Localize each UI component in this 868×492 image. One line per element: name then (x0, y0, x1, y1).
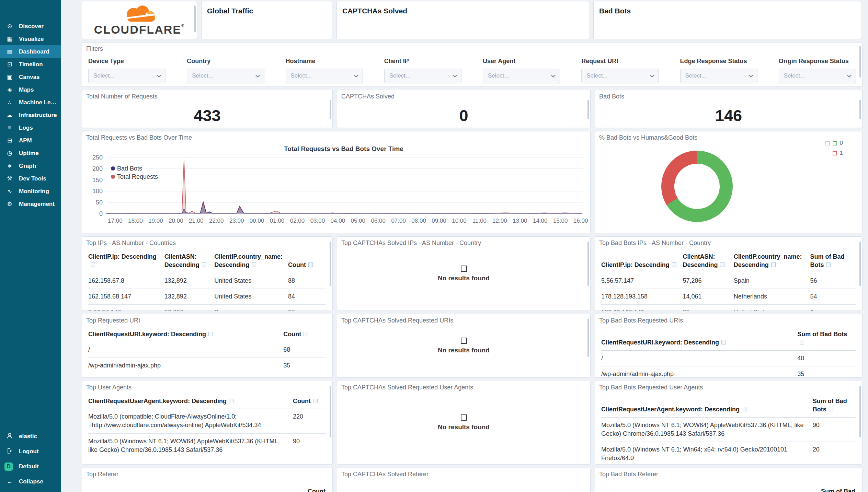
sidebar-item-logs[interactable]: ≡Logs (0, 121, 61, 134)
column-header[interactable]: Count (293, 395, 326, 409)
sidebar-item-dashboard[interactable]: ▤Dashboard (0, 45, 61, 58)
scrollbar[interactable] (194, 5, 196, 32)
column-header[interactable]: Sum of Bad Bots (797, 328, 856, 350)
sidebar-item-monitoring[interactable]: ∿Monitoring (0, 185, 61, 198)
sort-icon[interactable] (91, 262, 95, 267)
filters-grid: Device TypeSelect...CountrySelect...Host… (88, 58, 856, 83)
sort-icon[interactable] (672, 262, 676, 267)
column-header[interactable]: Sum of Bad Bots (810, 250, 856, 273)
table-row: /wp-admin/admin-ajax.php35 (88, 358, 326, 374)
filter-select-user-agent[interactable]: Select... (483, 69, 560, 83)
filter-select-edge-response-status[interactable]: Select... (680, 69, 757, 83)
sidebar-item-management[interactable]: ⚙Management (0, 198, 61, 210)
sidebar-item-space-default[interactable]: D Default (0, 459, 61, 474)
scrollbar[interactable] (330, 242, 331, 286)
sort-icon[interactable] (771, 262, 776, 267)
legend-item-1[interactable]: 1 (825, 150, 843, 156)
column-header[interactable]: Sum of Bad (821, 488, 855, 492)
sort-icon[interactable] (202, 262, 206, 267)
sidebar-item-discover[interactable]: ⊙Discover (0, 20, 61, 33)
cloudflare-cloud-icon (114, 5, 165, 24)
sidebar-item-canvas[interactable]: ▣Canvas (0, 71, 61, 83)
column-header[interactable]: ClientASN: Descending (164, 250, 215, 273)
sort-icon[interactable] (800, 340, 804, 344)
chevron-down-icon (354, 73, 358, 78)
sidebar-item-label: Discover (19, 23, 44, 30)
table-cell: 178.128.193.158 (601, 289, 683, 304)
column-header[interactable]: ClientASN: Descending (683, 250, 733, 273)
sidebar-item-machine-learning[interactable]: ∴Machine Le… (0, 96, 61, 109)
column-header[interactable]: ClientIP.ip: Descending (88, 250, 164, 273)
filter-select-hostname[interactable]: Select... (286, 69, 363, 83)
legend-item-0[interactable]: 0 (825, 140, 843, 147)
top-ips-panel: Top IPs - AS Number - Countries ClientIP… (82, 236, 333, 311)
sidebar-item-label: Timelion (19, 61, 43, 68)
sort-icon[interactable] (229, 399, 233, 403)
column-header[interactable]: ClientRequestUserAgent.keyword: Descendi… (88, 395, 293, 409)
sidebar-item-graph[interactable]: ∗Graph (0, 160, 61, 172)
sort-icon[interactable] (721, 340, 726, 344)
filter-select-country[interactable]: Select... (187, 69, 264, 83)
table-row: Mozilla/5.0 (Windows NT 6.1; WOW64) Appl… (601, 417, 856, 442)
sidebar-item-uptime[interactable]: ◷Uptime (0, 147, 61, 160)
table-cell: / (601, 350, 797, 366)
sidebar-item-timelion[interactable]: ⊡Timelion (0, 58, 61, 71)
scrollbar[interactable] (859, 100, 861, 119)
sort-icon[interactable] (826, 262, 831, 267)
sidebar-item-logout[interactable]: Logout (0, 444, 61, 459)
legend-item-total-requests[interactable]: Total Requests (111, 173, 158, 181)
sort-icon[interactable] (208, 332, 213, 336)
column-header[interactable]: Count (308, 488, 326, 492)
filter-select-request-uri[interactable]: Select... (581, 69, 659, 83)
column-header[interactable]: Count (288, 250, 326, 273)
filter-select-client-ip[interactable]: Select... (384, 69, 461, 83)
column-header[interactable]: ClientIP.ip: Descending (601, 250, 683, 273)
column-header[interactable]: ClientIP.country_name: Descending (214, 250, 288, 273)
column-header[interactable]: Count (283, 328, 326, 342)
column-header[interactable]: ClientRequestUserAgent.keyword: Descendi… (601, 395, 813, 417)
table-cell: 220 (293, 409, 326, 433)
sort-icon[interactable] (304, 332, 308, 336)
sidebar-item-infrastructure[interactable]: ☁Infrastructure (0, 109, 61, 121)
scrollbar[interactable] (587, 319, 589, 357)
space-badge: D (4, 462, 15, 471)
sidebar-item-dev-tools[interactable]: ⚒Dev Tools (0, 172, 61, 185)
column-header[interactable]: ClientRequestURI.keyword: Descending (88, 328, 283, 342)
filter-request-uri: Request URISelect... (581, 58, 659, 83)
sidebar-item-maps[interactable]: ◈Maps (0, 83, 61, 96)
sidebar-item-apm[interactable]: ⊟APM (0, 134, 61, 147)
filter-select-origin-response-status[interactable]: Select... (779, 69, 856, 83)
sort-icon[interactable] (742, 407, 746, 411)
sidebar-item-collapse[interactable]: ← Collapse (0, 474, 61, 489)
sort-icon[interactable] (829, 407, 833, 411)
legend-item-bad-bots[interactable]: Bad Bots (111, 164, 158, 173)
scrollbar[interactable] (859, 242, 861, 286)
bad-bots-uris-panel: Top Bad Bots Requested URIs ClientReques… (595, 314, 863, 378)
column-header[interactable]: ClientIP.country_name: Descending (734, 250, 810, 273)
filter-device-type: Device TypeSelect... (88, 58, 165, 83)
apm-icon: ⊟ (4, 137, 15, 144)
scrollbar[interactable] (859, 386, 861, 437)
scrollbar[interactable] (859, 46, 861, 78)
column-header[interactable]: ClientRequestURI.keyword: Descending (601, 328, 797, 350)
scrollbar[interactable] (330, 386, 331, 437)
sort-icon[interactable] (720, 262, 724, 267)
sort-icon[interactable] (252, 262, 256, 267)
scrollbar[interactable] (587, 100, 589, 119)
sidebar-item-user[interactable]: elastic (0, 429, 61, 444)
column-header-label: Count (293, 398, 311, 405)
filter-select-device-type[interactable]: Select... (88, 69, 165, 83)
svg-text:02:00: 02:00 (290, 218, 305, 224)
scrollbar[interactable] (330, 100, 331, 119)
column-header[interactable]: Sum of Bad Bots (813, 395, 856, 417)
svg-text:19:00: 19:00 (148, 218, 163, 224)
sidebar-item-label: Collapse (19, 478, 43, 485)
sort-icon[interactable] (313, 399, 318, 403)
donut-svg (595, 131, 856, 233)
column-header-label: Count (288, 261, 306, 268)
captcha-referer-panel: Top CAPTCHAs Solved Referer (337, 468, 591, 492)
svg-text:10:00: 10:00 (452, 218, 467, 224)
scrollbar[interactable] (587, 242, 589, 286)
sort-icon[interactable] (308, 262, 313, 267)
sidebar-item-visualize[interactable]: ▦Visualize (0, 33, 61, 45)
